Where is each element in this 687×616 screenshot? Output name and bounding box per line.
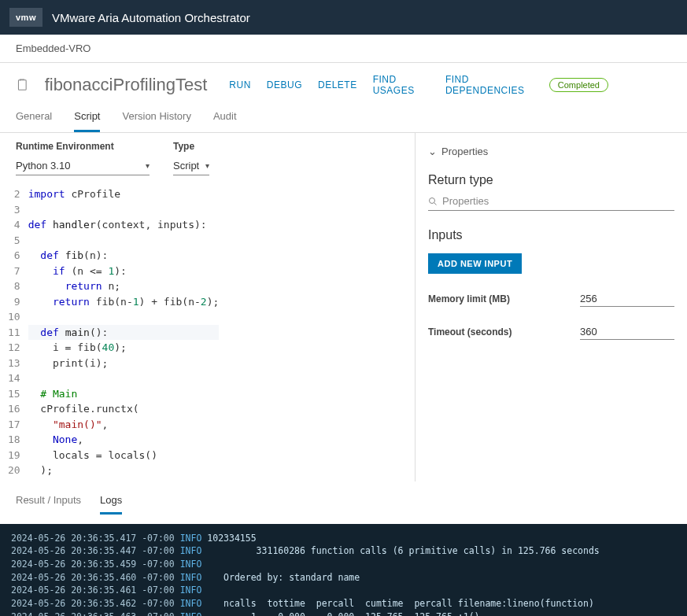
debug-action[interactable]: DEBUG (267, 79, 302, 90)
code-editor[interactable]: 234567891011121314151617181920 import cP… (0, 183, 415, 481)
find-usages-action[interactable]: FIND USAGES (373, 74, 430, 96)
properties-toggle[interactable]: ⌄ Properties (428, 142, 674, 165)
return-type-label: Return type (428, 173, 674, 187)
timeout-label: Timeout (seconds) (428, 326, 512, 338)
timeout-value[interactable]: 360 (580, 324, 674, 340)
chevron-down-icon: ▾ (146, 161, 150, 170)
log-line: 2024-05-26 20:36:35.462 -07:00 INFO ncal… (11, 597, 676, 610)
tab-version-history[interactable]: Version History (122, 105, 190, 132)
bottom-tabs: Result / InputsLogs (0, 481, 687, 515)
top-banner: vmw VMware Aria Automation Orchestrator (0, 0, 687, 35)
log-line: 2024-05-26 20:36:35.463 -07:00 INFO 1 0.… (11, 610, 676, 616)
type-label: Type (173, 141, 209, 152)
runtime-env-select[interactable]: Python 3.10 ▾ (16, 157, 150, 175)
breadcrumb[interactable]: Embedded-VRO (0, 35, 687, 63)
banner-title: VMware Aria Automation Orchestrator (52, 11, 250, 24)
logs-panel[interactable]: 2024-05-26 20:36:35.417 -07:00 INFO 1023… (0, 524, 687, 617)
log-line: 2024-05-26 20:36:35.461 -07:00 INFO (11, 584, 676, 597)
main-split: Runtime Environment Python 3.10 ▾ Type S… (0, 133, 687, 481)
type-select[interactable]: Script ▾ (173, 157, 209, 175)
code-body[interactable]: import cProfile def handler(context, inp… (28, 183, 220, 481)
inputs-label: Inputs (428, 228, 674, 242)
runtime-env-group: Runtime Environment Python 3.10 ▾ (16, 141, 150, 175)
memory-limit-value[interactable]: 256 (580, 291, 674, 307)
properties-panel: ⌄ Properties Return type Properties Inpu… (416, 133, 687, 481)
tab-general[interactable]: General (16, 105, 52, 132)
script-file-icon (16, 77, 29, 93)
return-type-placeholder: Properties (442, 195, 489, 207)
memory-limit-field: Memory limit (MB) 256 (428, 291, 674, 307)
bottom-tab-logs[interactable]: Logs (100, 489, 122, 515)
run-action[interactable]: RUN (229, 79, 251, 90)
type-group: Type Script ▾ (173, 141, 209, 175)
log-line: 2024-05-26 20:36:35.459 -07:00 INFO (11, 558, 676, 571)
svg-line-2 (434, 202, 437, 205)
add-new-input-button[interactable]: ADD NEW INPUT (428, 253, 522, 274)
chevron-down-icon: ▾ (205, 161, 209, 170)
log-line: 2024-05-26 20:36:35.417 -07:00 INFO 1023… (11, 532, 676, 545)
bottom-tab-result-inputs[interactable]: Result / Inputs (16, 489, 81, 515)
log-line: 2024-05-26 20:36:35.460 -07:00 INFO Orde… (11, 571, 676, 585)
find-dependencies-action[interactable]: FIND DEPENDENCIES (445, 74, 534, 96)
search-icon (428, 197, 438, 206)
status-badge: Completed (549, 78, 608, 92)
properties-header-label: Properties (441, 146, 488, 157)
type-value: Script (173, 160, 199, 172)
page-header: fibonacciProfilingTest RUN DEBUG DELETE … (0, 63, 687, 99)
line-gutter: 234567891011121314151617181920 (0, 183, 28, 481)
memory-limit-label: Memory limit (MB) (428, 293, 510, 304)
svg-rect-0 (18, 80, 26, 90)
tab-audit[interactable]: Audit (213, 105, 237, 132)
runtime-env-value: Python 3.10 (16, 160, 70, 172)
svg-point-1 (430, 197, 435, 203)
delete-action[interactable]: DELETE (318, 79, 357, 90)
chevron-down-icon: ⌄ (428, 146, 437, 157)
main-tabs: GeneralScriptVersion HistoryAudit (0, 99, 687, 133)
vmw-logo: vmw (9, 8, 42, 27)
page-title: fibonacciProfilingTest (45, 75, 208, 95)
timeout-field: Timeout (seconds) 360 (428, 324, 674, 340)
log-line: 2024-05-26 20:36:35.447 -07:00 INFO 3311… (11, 544, 676, 558)
editor-pane: Runtime Environment Python 3.10 ▾ Type S… (0, 133, 416, 481)
return-type-search[interactable]: Properties (428, 192, 674, 211)
tab-script[interactable]: Script (74, 105, 100, 132)
runtime-env-label: Runtime Environment (16, 141, 150, 152)
runtime-controls: Runtime Environment Python 3.10 ▾ Type S… (0, 133, 415, 183)
